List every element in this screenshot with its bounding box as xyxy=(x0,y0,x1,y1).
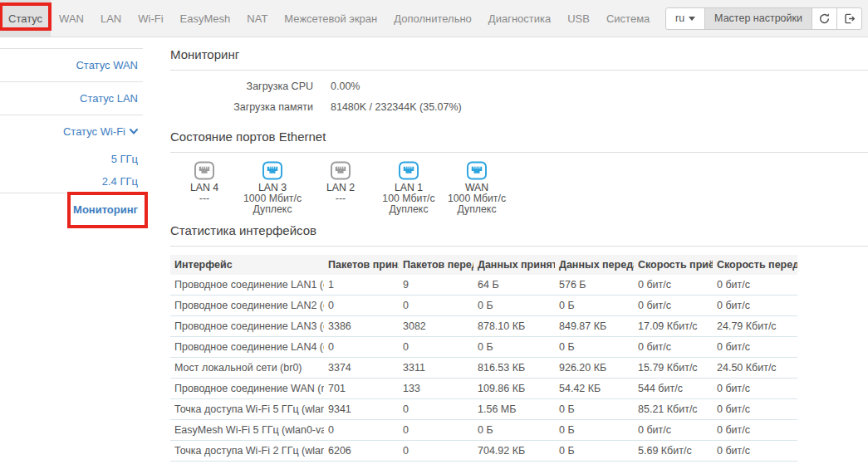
ethernet-ports: LAN 4 --- LAN 3 1000 Мбит/с Дуплекс xyxy=(170,153,868,222)
ethernet-port-icon xyxy=(330,161,351,180)
table-column-header: Данных передано xyxy=(555,255,634,275)
cell-interface: EasyMesh Wi-Fi 5 ГГц (wlan0-vap0) xyxy=(170,420,324,441)
monitoring-row: Загрузка памяти 81480K / 232344K (35.07%… xyxy=(170,97,868,118)
cell-speed-tx: 0 бит/с xyxy=(713,379,797,399)
nav-tab[interactable]: NAT xyxy=(238,0,276,37)
cell-packets-tx: 0 xyxy=(399,420,473,441)
cell-speed-tx: 0 бит/с xyxy=(713,337,797,358)
cell-speed-tx: 0 бит/с xyxy=(713,420,797,441)
chevron-down-icon xyxy=(689,17,695,21)
port-duplex: Дуплекс xyxy=(238,204,306,215)
nav-tab-label: USB xyxy=(567,12,590,25)
cell-packets-tx: 0 xyxy=(399,296,473,316)
nav-tab[interactable]: Система xyxy=(598,0,658,37)
nav-tab[interactable]: Статус xyxy=(0,0,51,37)
nav-tab-label: Межсетевой экран xyxy=(284,12,377,25)
navbar-controls: ru Мастер настройки xyxy=(665,0,868,37)
cell-speed-rx: 0 бит/с xyxy=(634,337,713,358)
monitoring-info: Загрузка CPU 0.00% Загрузка памяти 81480… xyxy=(170,71,868,128)
nav-tab[interactable]: Дополнительно xyxy=(385,0,480,37)
ethernet-port: WAN 1000 Мбит/с Дуплекс xyxy=(443,161,511,215)
nav-tab-label: NAT xyxy=(247,12,267,25)
port-duplex: Дуплекс xyxy=(375,204,443,215)
refresh-button[interactable] xyxy=(812,7,837,30)
port-name: LAN 2 xyxy=(306,182,375,193)
table-row: Точка доступа Wi-Fi 5 ГГц (wlan0) 9341 0… xyxy=(170,399,797,420)
sidebar-item-label: Статус Wi-Fi xyxy=(63,125,125,138)
ethernet-section-title: Состояние портов Ethernet xyxy=(170,128,868,153)
cell-data-rx: 109.86 КБ xyxy=(473,379,555,399)
setup-wizard-button[interactable]: Мастер настройки xyxy=(704,7,812,30)
cell-data-tx: 0 Б xyxy=(555,399,634,420)
nav-tab[interactable]: USB xyxy=(559,0,598,37)
language-dropdown[interactable]: ru xyxy=(665,7,705,30)
cell-interface: Проводное соединение LAN3 (eth0.4) xyxy=(170,316,324,337)
cell-data-tx: 0 Б xyxy=(555,420,634,441)
cell-speed-rx: 0 бит/с xyxy=(634,275,713,296)
cell-data-rx: 704.92 КБ xyxy=(473,441,555,462)
cell-data-rx: 0 Б xyxy=(473,337,555,358)
sidebar-item[interactable]: Статус WAN xyxy=(0,48,143,81)
sidebar-item[interactable]: 5 ГГц xyxy=(0,148,143,170)
cell-packets-tx: 0 xyxy=(399,337,473,358)
monitoring-section-title: Мониторинг xyxy=(170,46,868,71)
nav-tab-label: Дополнительно xyxy=(394,12,472,25)
nav-tab[interactable]: WAN xyxy=(51,0,92,37)
monitoring-row-label: Загрузка памяти xyxy=(170,97,313,118)
sidebar-item[interactable]: Статус LAN xyxy=(0,81,143,115)
table-column-header: Пакетов принято xyxy=(324,255,399,275)
nav-tab[interactable]: LAN xyxy=(92,0,130,37)
table-column-header: Скорость приёма xyxy=(634,255,713,275)
table-row: Мост локальной сети (br0) 3374 3311 816.… xyxy=(170,358,797,379)
sidebar-item[interactable]: 2.4 ГГц xyxy=(0,170,143,193)
cell-data-tx: 926.20 КБ xyxy=(555,358,634,379)
cell-data-rx: 1.56 МБ xyxy=(473,399,555,420)
nav-tab[interactable]: Wi-Fi xyxy=(130,0,171,37)
table-row: Проводное соединение LAN1 (eth0.2) 1 9 6… xyxy=(170,275,797,296)
logout-icon xyxy=(843,12,856,25)
main-content: Мониторинг Загрузка CPU 0.00% Загрузка п… xyxy=(143,37,868,474)
port-speed: --- xyxy=(170,193,238,204)
monitoring-row: Загрузка CPU 0.00% xyxy=(170,76,868,97)
cell-speed-tx: 0 бит/с xyxy=(713,296,797,316)
nav-tab-label: LAN xyxy=(101,12,121,25)
cell-packets-rx: 6206 xyxy=(324,441,399,462)
nav-tab[interactable]: Диагностика xyxy=(480,0,559,37)
cell-speed-rx: 85.21 Кбит/с xyxy=(634,399,713,420)
cell-data-rx: 816.53 КБ xyxy=(473,358,555,379)
table-column-header: Скорость передачи xyxy=(713,255,797,275)
cell-data-tx: 0 Б xyxy=(555,296,634,316)
port-name: LAN 3 xyxy=(238,182,306,193)
nav-tab-label: Статус xyxy=(8,12,42,25)
table-column-header: Данных принято xyxy=(473,255,555,275)
sidebar-item[interactable]: Статус Wi-Fi xyxy=(0,115,143,148)
refresh-icon xyxy=(818,12,831,25)
cell-data-tx: 0 Б xyxy=(555,337,634,358)
sidebar-item-label: 5 ГГц xyxy=(111,153,138,165)
interface-stats-table: Интерфейс Пакетов принято Пакетов переда… xyxy=(170,255,797,462)
nav-tab[interactable]: EasyMesh xyxy=(172,0,239,37)
table-row: Точка доступа Wi-Fi 2 ГГц (wlan1) 6206 0… xyxy=(170,441,797,462)
cell-interface: Проводное соединение LAN2 (eth0.3) xyxy=(170,296,324,316)
port-duplex: Дуплекс xyxy=(443,204,511,215)
cell-data-tx: 576 Б xyxy=(555,275,634,296)
logout-button[interactable] xyxy=(836,7,862,30)
cell-packets-rx: 1 xyxy=(324,275,399,296)
cell-interface: Точка доступа Wi-Fi 5 ГГц (wlan0) xyxy=(170,399,324,420)
nav-tab[interactable]: Межсетевой экран xyxy=(276,0,385,37)
cell-interface: Мост локальной сети (br0) xyxy=(170,358,324,379)
cell-packets-rx: 0 xyxy=(324,420,399,441)
ethernet-port: LAN 2 --- xyxy=(306,161,375,215)
cell-packets-rx: 0 xyxy=(324,337,399,358)
ethernet-port-icon xyxy=(194,161,215,180)
port-name: WAN xyxy=(443,182,511,193)
sidebar-item[interactable]: Мониторинг xyxy=(0,193,143,226)
cell-interface: Проводное соединение LAN4 (eth0.5) xyxy=(170,337,324,358)
cell-packets-rx: 3374 xyxy=(324,358,399,379)
table-row: EasyMesh Wi-Fi 5 ГГц (wlan0-vap0) 0 0 0 … xyxy=(170,420,797,441)
table-row: Проводное соединение LAN2 (eth0.3) 0 0 0… xyxy=(170,296,797,316)
cell-data-rx: 0 Б xyxy=(473,296,555,316)
table-header-row: Интерфейс Пакетов принято Пакетов переда… xyxy=(170,255,797,275)
cell-speed-tx: 24.50 Кбит/с xyxy=(713,358,797,379)
monitoring-row-label: Загрузка CPU xyxy=(170,76,313,97)
